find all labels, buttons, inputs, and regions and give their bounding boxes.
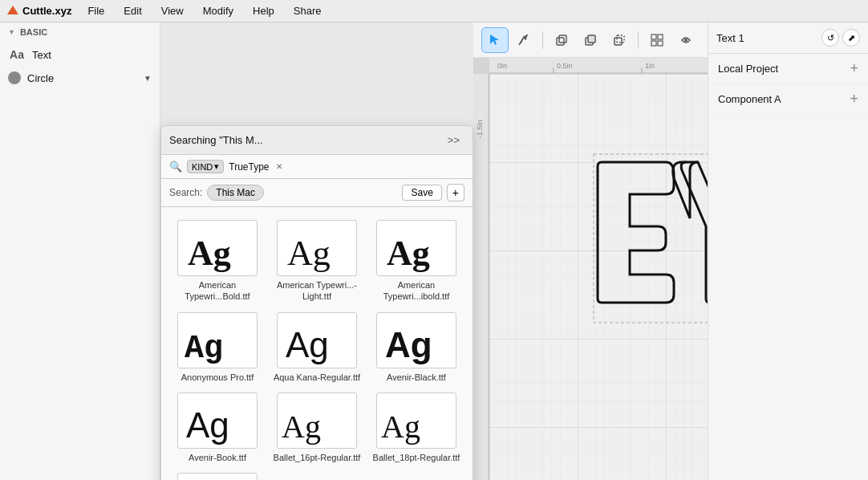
- menu-help[interactable]: Help: [249, 3, 278, 18]
- scope-this-mac-badge[interactable]: This Mac: [207, 185, 264, 201]
- svg-text:Ag: Ag: [385, 325, 432, 364]
- sidebar-circle-label: Circle: [27, 72, 54, 84]
- svg-rect-14: [559, 35, 566, 43]
- font-item[interactable]: Ag Avenir-Black.ttf: [367, 307, 466, 388]
- svg-text:Ag: Ag: [387, 234, 430, 273]
- main-layout: ▼ BASIC Aa Text Circle ▼ Searching "This…: [0, 22, 868, 480]
- svg-point-23: [684, 39, 688, 42]
- canvas-content[interactable]: [489, 74, 708, 480]
- svg-text:Ag: Ag: [185, 331, 223, 367]
- font-picker-header: Searching "This M... >>: [161, 126, 473, 155]
- font-name: Avenir-Black.ttf: [387, 372, 446, 383]
- sidebar-item-text[interactable]: Aa Text: [0, 42, 160, 67]
- right-panel-local-project[interactable]: Local Project +: [708, 54, 868, 84]
- menu-view[interactable]: View: [158, 3, 187, 18]
- search-icon: 🔍: [169, 161, 182, 173]
- svg-text:1in: 1in: [645, 62, 655, 70]
- svg-text:0in: 0in: [497, 62, 507, 70]
- svg-text:Ag: Ag: [186, 405, 229, 445]
- menu-modify[interactable]: Modify: [200, 3, 237, 18]
- subtract-btn[interactable]: [577, 27, 604, 53]
- chevron-down-icon: ▼: [144, 74, 152, 83]
- font-item[interactable]: Ag Ballet_16pt-Regular.ttf: [267, 388, 367, 468]
- right-panel-title: Text 1: [716, 32, 818, 44]
- app-logo: Cuttle.xyz: [6, 5, 71, 18]
- font-picker-scope-row: Search: This Mac Save +: [161, 179, 473, 207]
- text-type-icon: Aa: [8, 46, 26, 63]
- sidebar-basic-label: BASIC: [20, 27, 47, 37]
- font-preview: Ag: [177, 220, 258, 276]
- svg-rect-13: [557, 38, 564, 45]
- local-project-label: Local Project: [718, 63, 850, 75]
- font-name: American Typewri...Bold.ttf: [171, 279, 264, 303]
- svg-rect-21: [651, 41, 656, 46]
- component-a-add-btn[interactable]: +: [850, 91, 858, 108]
- font-grid: Ag American Typewri...Bold.ttf Ag Americ…: [161, 207, 473, 480]
- select-tool-btn[interactable]: [481, 27, 509, 53]
- edit-icon: ⬈: [848, 33, 855, 43]
- font-name: Avenir-Book.ttf: [189, 452, 246, 463]
- font-item[interactable]: Ag Anonymous Pro.ttf: [168, 307, 267, 388]
- font-item[interactable]: Ag American Typewri...Bold.ttf: [168, 215, 267, 307]
- transform-btn[interactable]: [672, 27, 700, 53]
- kind-filter-badge[interactable]: KIND ▾: [187, 160, 224, 173]
- rotate-icon: ↺: [827, 33, 834, 43]
- font-name: American Typewri...-Light.ttf: [270, 279, 363, 303]
- pen-tool-btn[interactable]: [510, 27, 537, 53]
- svg-rect-20: [658, 35, 663, 39]
- font-preview: Ag: [376, 312, 456, 368]
- sidebar-section-basic: ▼ BASIC: [0, 22, 160, 42]
- truetype-filter-label: TrueType: [229, 161, 269, 173]
- font-item[interactable]: Ag: [168, 468, 267, 480]
- toolbar-divider-2: [638, 31, 639, 49]
- right-panel-component-a[interactable]: Component A +: [708, 84, 868, 115]
- svg-marker-11: [490, 35, 499, 45]
- toolbar: [473, 22, 708, 58]
- font-item[interactable]: Ag American Typewri...ibold.ttf: [367, 215, 466, 307]
- font-picker-collapse-btn[interactable]: >>: [443, 132, 464, 148]
- svg-text:Ag: Ag: [188, 234, 231, 273]
- svg-rect-17: [614, 38, 622, 45]
- repeat-grid-btn[interactable]: [643, 27, 671, 53]
- add-font-button[interactable]: +: [447, 184, 464, 201]
- left-sidebar: ▼ BASIC Aa Text Circle ▼: [0, 22, 160, 480]
- svg-text:-1.5in: -1.5in: [476, 120, 484, 138]
- rotate-icon-btn[interactable]: ↺: [821, 29, 839, 47]
- search-label: Search:: [169, 187, 202, 198]
- right-panel-header: Text 1 ↺ ⬈: [708, 22, 868, 54]
- font-preview: Ag: [277, 220, 357, 276]
- kind-filter-arrow: ▾: [214, 161, 219, 172]
- ruler-left: -1.5in: [473, 74, 489, 480]
- menubar: Cuttle.xyz File Edit View Modify Help Sh…: [0, 0, 868, 22]
- font-item[interactable]: Ag Avenir-Book.ttf: [168, 388, 267, 468]
- font-preview: Ag: [277, 393, 357, 449]
- svg-text:Ag: Ag: [381, 409, 420, 445]
- font-item[interactable]: Ag Ballet_18pt-Regular.ttf: [367, 388, 466, 468]
- font-name: Ballet_18pt-Regular.ttf: [373, 452, 460, 463]
- component-a-label: Component A: [718, 93, 850, 105]
- filter-remove-btn[interactable]: ✕: [276, 162, 282, 171]
- svg-rect-18: [617, 35, 624, 43]
- menu-file[interactable]: File: [84, 3, 107, 18]
- font-name: American Typewri...ibold.ttf: [370, 279, 463, 303]
- save-button[interactable]: Save: [402, 185, 441, 201]
- font-picker-filter-row: 🔍 KIND ▾ TrueType ✕: [161, 155, 473, 179]
- ruler-top: 0in 0.5in 1in 1.5in: [489, 58, 708, 74]
- intersect-btn[interactable]: [606, 27, 633, 53]
- sidebar-item-circle[interactable]: Circle ▼: [0, 67, 160, 88]
- edit-icon-btn[interactable]: ⬈: [842, 29, 860, 47]
- toolbar-divider: [542, 31, 543, 49]
- copy-shape-btn[interactable]: [548, 27, 575, 53]
- menu-edit[interactable]: Edit: [120, 3, 144, 18]
- right-panel: Text 1 ↺ ⬈ Local Project + Component A +: [708, 22, 868, 480]
- font-item[interactable]: Ag Aqua Kana-Regular.ttf: [267, 307, 367, 388]
- menu-share[interactable]: Share: [290, 3, 325, 18]
- kind-filter-label: KIND: [192, 162, 213, 172]
- canvas-wrapper[interactable]: 0in 0.5in 1in 1.5in -1.5in: [473, 58, 708, 480]
- svg-text:Ag: Ag: [287, 234, 331, 273]
- local-project-add-btn[interactable]: +: [850, 60, 858, 77]
- font-preview: Ag: [177, 473, 258, 480]
- font-picker-panel: Searching "This M... >> 🔍 KIND ▾ TrueTyp…: [160, 125, 473, 480]
- font-item[interactable]: Ag American Typewri...-Light.ttf: [267, 215, 367, 307]
- font-picker-title: Searching "This M...: [169, 134, 436, 146]
